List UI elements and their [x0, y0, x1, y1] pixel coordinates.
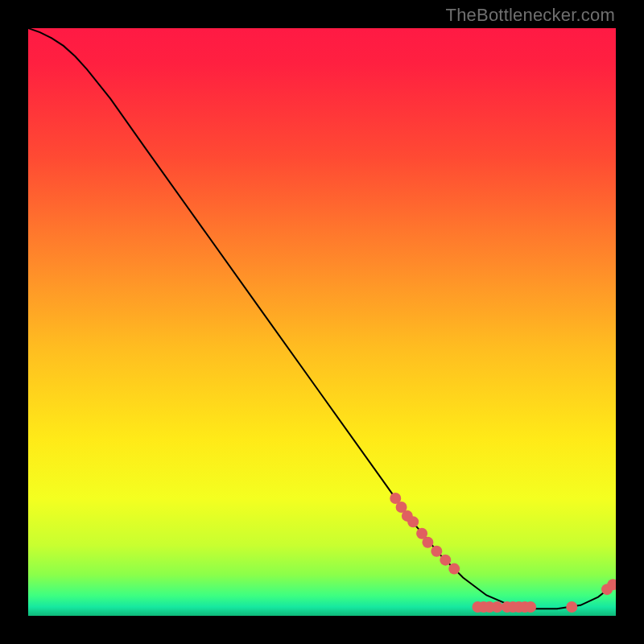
gradient-background	[28, 28, 616, 616]
data-marker	[440, 555, 451, 566]
data-marker	[566, 601, 577, 613]
data-marker	[431, 546, 442, 557]
data-marker	[525, 601, 536, 613]
bottleneck-chart	[28, 28, 616, 616]
data-marker	[492, 601, 503, 613]
chart-stage: TheBottlenecker.com	[0, 0, 644, 644]
data-marker	[448, 564, 460, 575]
data-marker	[422, 537, 433, 548]
watermark-label: TheBottlenecker.com	[446, 5, 615, 26]
data-marker	[407, 516, 419, 527]
